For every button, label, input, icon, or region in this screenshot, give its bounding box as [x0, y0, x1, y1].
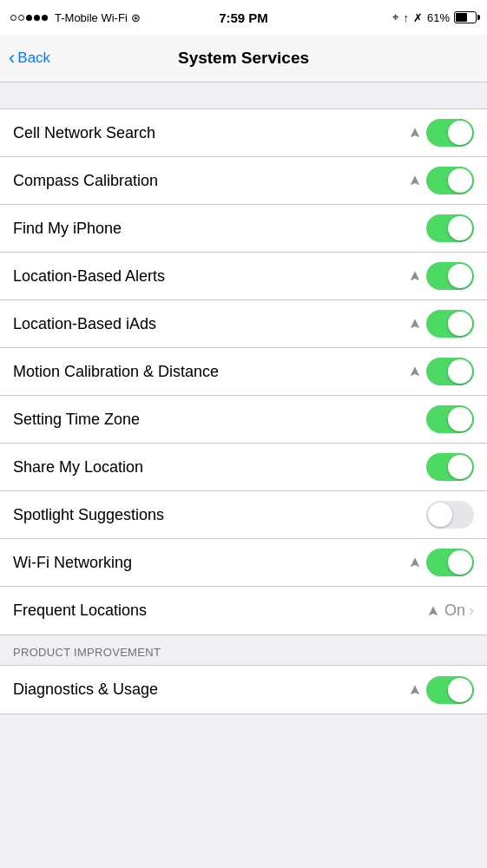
toggle-wi-fi-networking[interactable] — [426, 549, 474, 576]
signal-dot-3 — [26, 15, 32, 21]
signal-dot-2 — [18, 15, 24, 21]
wifi-icon: ⊛ — [131, 11, 141, 24]
item-label-motion-calibration-distance: Motion Calibration & Distance — [13, 363, 219, 381]
toggle-knob-location-based-iads — [448, 312, 472, 336]
toggle-knob-setting-time-zone — [448, 407, 472, 431]
item-right-location-based-alerts — [409, 262, 474, 290]
navigation-icon: ↑ — [403, 11, 409, 24]
item-right-cell-network-search — [409, 119, 474, 147]
toggle-location-based-iads[interactable] — [426, 310, 474, 338]
item-label-location-based-alerts: Location-Based Alerts — [13, 267, 165, 286]
settings-item-motion-calibration-distance: Motion Calibration & Distance — [0, 348, 487, 396]
toggle-share-my-location[interactable] — [426, 453, 474, 481]
status-time: 7:59 PM — [219, 10, 268, 25]
item-label-spotlight-suggestions: Spotlight Suggestions — [13, 506, 164, 524]
location-arrow-icon — [409, 318, 421, 330]
status-left: T-Mobile Wi-Fi ⊛ — [10, 11, 141, 24]
settings-item-spotlight-suggestions: Spotlight Suggestions — [0, 491, 487, 539]
item-right-diagnostics-usage — [409, 676, 474, 704]
settings-item-cell-network-search: Cell Network Search — [0, 109, 487, 157]
item-label-location-based-iads: Location-Based iAds — [13, 315, 156, 333]
location-arrow-icon — [409, 684, 421, 696]
toggle-knob-location-based-alerts — [448, 264, 472, 288]
location-arrow-icon — [427, 605, 439, 617]
item-label-share-my-location: Share My Location — [13, 458, 143, 477]
item-label-wi-fi-networking: Wi-Fi Networking — [13, 554, 132, 572]
settings-item-share-my-location: Share My Location — [0, 444, 487, 491]
toggle-find-my-iphone[interactable] — [426, 214, 474, 242]
item-right-find-my-iphone — [426, 214, 474, 242]
status-right: ⌖ ↑ ✗ 61% — [392, 10, 477, 24]
status-bar: T-Mobile Wi-Fi ⊛ 7:59 PM ⌖ ↑ ✗ 61% — [0, 0, 487, 35]
toggle-knob-share-my-location — [448, 455, 472, 479]
toggle-knob-spotlight-suggestions — [428, 503, 452, 527]
settings-item-compass-calibration: Compass Calibration — [0, 157, 487, 205]
settings-list: Cell Network Search Compass Calibration … — [0, 108, 487, 635]
settings-item-location-based-alerts: Location-Based Alerts — [0, 253, 487, 300]
item-label-setting-time-zone: Setting Time Zone — [13, 411, 140, 429]
item-label-cell-network-search: Cell Network Search — [13, 124, 155, 142]
toggle-knob-cell-network-search — [448, 121, 472, 145]
toggle-compass-calibration[interactable] — [426, 167, 474, 194]
settings-item-frequent-locations: Frequent Locations On › — [0, 587, 487, 635]
item-label-find-my-iphone: Find My iPhone — [13, 220, 122, 238]
battery-percent: 61% — [427, 11, 450, 24]
section-gap-bottom — [0, 714, 487, 740]
back-label: Back — [17, 49, 50, 67]
signal-dot-4 — [34, 15, 40, 21]
settings-item-find-my-iphone: Find My iPhone — [0, 205, 487, 253]
product-improvement-header: PRODUCT IMPROVEMENT — [0, 635, 487, 665]
product-improvement-list: Diagnostics & Usage — [0, 665, 487, 714]
toggle-spotlight-suggestions[interactable] — [426, 501, 474, 529]
section-gap-top — [0, 82, 487, 108]
item-right-wi-fi-networking — [409, 549, 474, 576]
toggle-setting-time-zone[interactable] — [426, 405, 474, 433]
nav-bar: ‹ Back System Services — [0, 35, 487, 82]
item-label-compass-calibration: Compass Calibration — [13, 172, 158, 190]
page-title: System Services — [178, 49, 309, 68]
location-arrow-icon — [409, 270, 421, 282]
settings-item-location-based-iads: Location-Based iAds — [0, 300, 487, 348]
location-arrow-icon — [409, 556, 421, 569]
item-right-compass-calibration — [409, 167, 474, 194]
back-chevron-icon: ‹ — [9, 49, 15, 68]
location-arrow-icon — [409, 174, 421, 187]
back-button[interactable]: ‹ Back — [9, 49, 50, 68]
settings-item-wi-fi-networking: Wi-Fi Networking — [0, 539, 487, 587]
toggle-location-based-alerts[interactable] — [426, 262, 474, 290]
toggle-knob-compass-calibration — [448, 168, 472, 193]
signal-dots — [10, 15, 48, 21]
toggle-knob-diagnostics-usage — [448, 678, 472, 702]
toggle-diagnostics-usage[interactable] — [426, 676, 474, 704]
toggle-knob-wi-fi-networking — [448, 550, 472, 575]
item-right-frequent-locations: On › — [427, 602, 474, 620]
toggle-motion-calibration-distance[interactable] — [426, 358, 474, 385]
signal-dot-5 — [42, 15, 48, 21]
battery-bar — [454, 11, 477, 23]
item-right-location-based-iads — [409, 310, 474, 338]
item-label-diagnostics-usage: Diagnostics & Usage — [13, 681, 158, 699]
location-arrow-icon — [409, 127, 421, 139]
settings-item-diagnostics-usage: Diagnostics & Usage — [0, 666, 487, 713]
item-right-motion-calibration-distance — [409, 358, 474, 385]
item-right-spotlight-suggestions — [426, 501, 474, 529]
bluetooth-icon: ✗ — [413, 11, 423, 24]
product-improvement-label: PRODUCT IMPROVEMENT — [13, 646, 161, 659]
settings-item-setting-time-zone: Setting Time Zone — [0, 396, 487, 444]
signal-dot-1 — [10, 15, 16, 21]
item-label-frequent-locations: Frequent Locations — [13, 602, 147, 620]
location-arrow-icon — [409, 365, 421, 378]
carrier-label: T-Mobile Wi-Fi — [55, 11, 128, 24]
battery-fill — [456, 13, 467, 22]
frequent-value: On › — [444, 602, 474, 620]
location-status-icon: ⌖ — [392, 10, 398, 24]
toggle-knob-find-my-iphone — [448, 216, 472, 240]
toggle-knob-motion-calibration-distance — [448, 359, 472, 384]
item-right-setting-time-zone — [426, 405, 474, 433]
toggle-cell-network-search[interactable] — [426, 119, 474, 147]
item-right-share-my-location — [426, 453, 474, 481]
battery-indicator — [454, 11, 477, 23]
